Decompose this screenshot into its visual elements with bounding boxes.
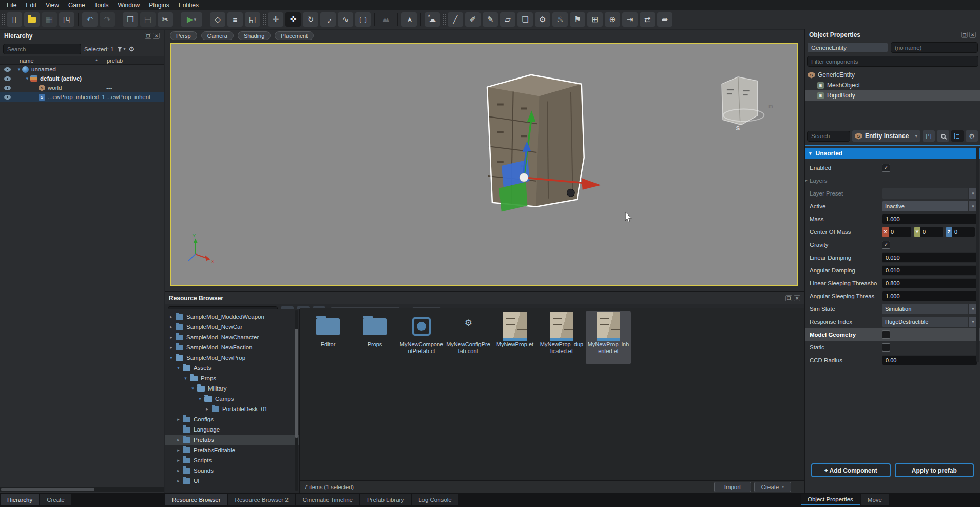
hierarchy-row-default-active[interactable]: ▾default (active) xyxy=(0,74,164,83)
close-panel-icon[interactable]: ✕ xyxy=(969,32,976,38)
viewport-mode-placement[interactable]: Placement xyxy=(275,31,314,40)
chevron-down-icon[interactable]: ▾ xyxy=(16,67,22,72)
lattice-button[interactable]: ▱ xyxy=(500,12,515,27)
viewport-mode-persp[interactable]: Persp xyxy=(170,31,197,40)
close-panel-icon[interactable]: ✕ xyxy=(153,33,160,39)
float-panel-icon[interactable]: ❐ xyxy=(785,295,792,301)
tab-hierarchy[interactable]: Hierarchy xyxy=(1,494,39,505)
file-item-mynewprop-duplicated-et[interactable]: MyNewProp_duplicated.et xyxy=(539,311,584,364)
tab-prefab-library[interactable]: Prefab Library xyxy=(360,494,411,505)
chevron-down-icon[interactable]: ▾ xyxy=(24,76,30,81)
tree-row-prefabseditable[interactable]: ▸PrefabsEditable xyxy=(165,445,299,455)
magic-wand-button[interactable]: ✐ xyxy=(465,12,481,27)
viewport-canvas[interactable]: Y x S m xyxy=(170,43,798,286)
tab-resource-browser[interactable]: Resource Browser xyxy=(165,494,227,505)
rotate-tool-button[interactable]: ↻ xyxy=(303,12,318,27)
apply-to-prefab-button[interactable]: Apply to prefab xyxy=(895,463,974,477)
chevron-right-icon[interactable]: ▸ xyxy=(168,335,175,340)
toolbar-drag-handle[interactable] xyxy=(1,13,5,26)
chevron-down-icon[interactable]: ▾ xyxy=(182,376,189,381)
menu-game[interactable]: Game xyxy=(64,1,90,10)
tree-row-scripts[interactable]: ▸Scripts xyxy=(165,455,299,465)
filter-components-input[interactable] xyxy=(807,56,978,67)
tree-row-ui[interactable]: ▸UI xyxy=(165,476,299,486)
brush-button[interactable]: ✎ xyxy=(483,12,498,27)
snap-move-button[interactable]: ✛ xyxy=(268,12,283,27)
shuffle-button[interactable]: ⇄ xyxy=(640,12,655,27)
chevron-down-icon[interactable]: ▾ xyxy=(197,396,203,401)
tree-row-portabledesk-01[interactable]: ▸PortableDesk_01 xyxy=(165,404,299,414)
menu-window[interactable]: Window xyxy=(113,1,145,10)
menu-view[interactable]: View xyxy=(41,1,64,10)
open-external-button[interactable]: ◳ xyxy=(923,130,935,142)
angular-damping-field[interactable] xyxy=(882,265,977,276)
chevron-right-icon[interactable]: ▸ xyxy=(175,437,182,442)
viewport-mode-shading[interactable]: Shading xyxy=(238,31,271,40)
import-asset-button[interactable]: ⇥ xyxy=(622,12,638,27)
tree-view-button[interactable] xyxy=(951,130,964,142)
chevron-right-icon[interactable]: ▸ xyxy=(175,458,182,463)
globe-button[interactable]: ⊕ xyxy=(605,12,620,27)
tree-row-samplemod-newcar[interactable]: ▸SampleMod_NewCar xyxy=(165,322,299,332)
column-name[interactable]: name xyxy=(20,57,34,64)
scale-tool-button[interactable]: ↔ xyxy=(320,12,336,27)
spline-tool-button[interactable]: ∿ xyxy=(338,12,353,27)
hierarchy-settings-button[interactable]: ⚙ xyxy=(129,45,135,53)
tab-cinematic-timeline[interactable]: Cinematic Timeline xyxy=(296,494,359,505)
chevron-down-icon[interactable]: ▾ xyxy=(168,355,175,360)
sim-state-dropdown[interactable]: Simulation▾ xyxy=(882,304,977,314)
visibility-eye-icon[interactable] xyxy=(4,67,11,72)
import-button[interactable]: Import xyxy=(714,482,751,492)
scrollbar-thumb[interactable] xyxy=(1,488,94,491)
visibility-eye-icon[interactable] xyxy=(4,76,11,81)
tab-object-properties[interactable]: Object Properties xyxy=(801,494,860,505)
chevron-right-icon[interactable]: ▸ xyxy=(168,314,175,319)
menu-plugins[interactable]: Plugins xyxy=(144,1,174,10)
hierarchy-search-input[interactable] xyxy=(3,44,81,54)
weather-button[interactable]: ☁☀ xyxy=(425,12,440,27)
component-row-rigidbody[interactable]: ERigidBody xyxy=(805,90,980,101)
cursor-tool-button[interactable]: ➤ xyxy=(401,12,417,27)
property-settings-button[interactable]: ⚙ xyxy=(966,130,978,142)
file-item-mynewconfigprefab-conf[interactable]: ⚙MyNewConfigPrefab.conf xyxy=(446,311,491,364)
cube-button[interactable]: ◇ xyxy=(210,12,225,27)
tree-row-military[interactable]: ▾Military xyxy=(165,383,299,394)
hierarchy-filter-button[interactable]: ▾ xyxy=(117,47,126,52)
chevron-down-icon[interactable]: ▾ xyxy=(189,386,196,391)
static-checkbox[interactable] xyxy=(882,343,890,352)
flame-button[interactable]: ♨ xyxy=(552,12,568,27)
menu-file[interactable]: File xyxy=(2,1,21,10)
hierarchy-column-header[interactable]: name ▴ prefab xyxy=(0,56,164,65)
menu-edit[interactable]: Edit xyxy=(21,1,41,10)
axis-x-field[interactable] xyxy=(889,227,911,237)
export-file-button[interactable]: ➦ xyxy=(657,12,672,27)
hierarchy-row-ewprop-inherited-1[interactable]: S...ewProp_inherited_1...ewProp_inherit xyxy=(0,92,164,102)
tab-resource-browser-2[interactable]: Resource Browser 2 xyxy=(228,494,295,505)
tree-row-prefabs[interactable]: ▸Prefabs xyxy=(165,435,299,445)
enabled-checkbox[interactable]: ✓ xyxy=(882,164,890,172)
find-button[interactable] xyxy=(937,130,949,142)
ruler-button[interactable]: ╱ xyxy=(448,12,463,27)
tab-log-console[interactable]: Log Console xyxy=(412,494,458,505)
hierarchy-row-unnamed[interactable]: ▾unnamed xyxy=(0,65,164,74)
duplicate-selection-button[interactable]: ◱ xyxy=(245,12,260,27)
tree-row-samplemod-moddedweapon[interactable]: ▸SampleMod_ModdedWeapon xyxy=(165,311,299,322)
move-tool-button[interactable]: ✜ xyxy=(285,12,301,27)
float-panel-icon[interactable]: ❐ xyxy=(961,32,968,38)
visibility-eye-icon[interactable] xyxy=(4,86,11,90)
chevron-right-icon[interactable]: ▸ xyxy=(805,178,808,183)
column-divider[interactable] xyxy=(103,56,103,64)
tree-row-samplemod-newprop[interactable]: ▾SampleMod_NewProp xyxy=(165,353,299,363)
copy-button[interactable]: ❐ xyxy=(123,12,138,27)
file-item-mynewprop-et[interactable]: MyNewProp.et xyxy=(492,311,537,364)
panels-button[interactable]: ❏ xyxy=(517,12,533,27)
file-item-mynewcomponentprefab-ct[interactable]: MyNewComponentPrefab.ct xyxy=(399,311,444,364)
section-header-unsorted[interactable]: ▾ Unsorted xyxy=(805,148,980,159)
float-panel-icon[interactable]: ❐ xyxy=(145,33,151,39)
response-index-dropdown[interactable]: HugeDestructible▾ xyxy=(882,317,977,327)
toolbar-drag-handle[interactable] xyxy=(262,13,266,26)
chevron-right-icon[interactable]: ▸ xyxy=(175,468,182,473)
create-button[interactable]: Create▾ xyxy=(754,482,791,492)
layer-stack-button[interactable]: ≡ xyxy=(227,12,243,27)
tree-row-samplemod-newfaction[interactable]: ▸SampleMod_NewFaction xyxy=(165,342,299,353)
